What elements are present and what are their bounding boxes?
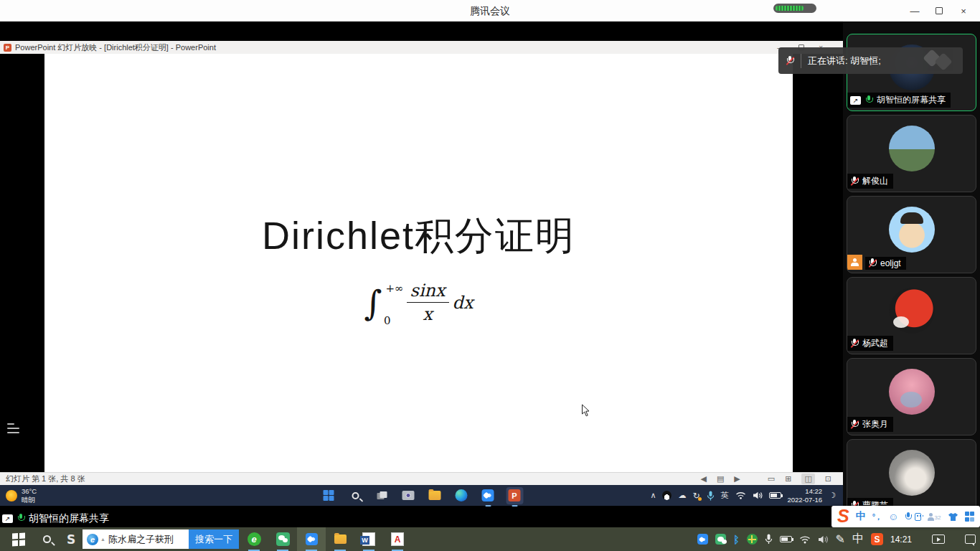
meeting-logo-icon [925, 52, 958, 70]
maximize-button[interactable] [927, 0, 951, 22]
tray-expand-icon[interactable]: ∧ [650, 491, 656, 500]
minimize-icon: — [910, 6, 920, 17]
slide-sorter-button[interactable]: ⊞ [785, 474, 791, 484]
meeting-app-icon [306, 533, 318, 545]
pinwheel-app-button[interactable]: S [60, 527, 82, 551]
bluetooth-icon[interactable]: ᛒ [733, 534, 739, 545]
screen-share-icon: ↗ [2, 514, 13, 523]
previous-slide-button[interactable]: ◀ [700, 474, 706, 484]
meeting-app-button[interactable] [297, 527, 326, 551]
news-search-box[interactable]: e ▲ 陈水扁之子获刑 搜索一下 [83, 529, 239, 549]
close-icon: × [961, 6, 966, 17]
muted-mic-icon [786, 56, 794, 66]
qq-icon[interactable] [662, 491, 672, 500]
shared-taskbar: 36°C 晴朗 P ∧ ☁ ↻ [0, 485, 843, 506]
punctuation-toggle[interactable]: °， [872, 512, 882, 522]
participant-label: 解俊山 [847, 174, 893, 189]
ppt-titlebar: P PowerPoint 幻灯片放映 - [Dirichlet积分证明] - P… [0, 41, 843, 54]
participant-tile[interactable]: eoljgt [847, 196, 976, 273]
battery-fill [776, 6, 804, 11]
wifi-icon[interactable] [799, 535, 811, 544]
integral-sign: ∫ [364, 283, 382, 323]
tray-clock[interactable]: 14:22 2022-07-16 [788, 487, 823, 504]
battery-icon[interactable] [769, 492, 781, 499]
action-center-icon[interactable] [965, 534, 976, 544]
wechat-tray-icon[interactable] [715, 534, 726, 545]
wechat-button[interactable] [268, 527, 297, 551]
voice-input-icon[interactable] [905, 512, 908, 522]
slide-counter: 幻灯片 第 1 张, 共 8 张 [0, 474, 85, 484]
screen-share-status-label: ↗ 胡智恒的屏幕共享 [0, 510, 116, 527]
folder-icon [334, 534, 347, 544]
edge-button[interactable] [453, 487, 470, 504]
skin-shirt-icon[interactable] [948, 512, 958, 522]
camera-app-button[interactable] [400, 487, 417, 504]
battery-icon[interactable] [780, 536, 792, 542]
slideshow-menu-icon[interactable] [7, 423, 19, 433]
reading-view-button[interactable]: ◫ [801, 474, 814, 484]
sogou-tray-icon[interactable]: S [871, 533, 883, 545]
file-explorer-button[interactable] [326, 527, 354, 551]
ime-mode-toggle[interactable]: 中 [856, 510, 866, 523]
powerpoint-app-button[interactable]: P [506, 487, 523, 504]
sogou-logo-icon[interactable]: S [837, 507, 849, 525]
soft-keyboard-icon[interactable] [915, 513, 920, 521]
ime-indicator[interactable]: 英 [721, 490, 729, 501]
meeting-tray-icon[interactable] [697, 534, 708, 545]
search-button[interactable] [347, 487, 364, 504]
ink-pen-icon[interactable]: ✎ [836, 532, 845, 546]
sogou-toolbar: S 中 °， ☺ 32 [831, 506, 980, 527]
meeting-app-button[interactable] [479, 487, 496, 504]
emoji-button[interactable]: ☺ [888, 511, 898, 522]
microphone-icon[interactable] [765, 534, 773, 545]
speaking-banner: 正在讲话: 胡智恒; [778, 47, 963, 74]
host-ime-indicator[interactable]: 中 [852, 532, 864, 547]
integral-group: ∫ +∞ 0 [364, 283, 382, 323]
pdf-icon: A [391, 532, 404, 546]
participant-label: 杨武超 [847, 336, 893, 351]
participant-tile[interactable]: 解俊山 [847, 115, 976, 192]
search-go-button[interactable]: 搜索一下 [189, 529, 239, 549]
avatar [889, 288, 935, 334]
host-start-button[interactable] [6, 527, 32, 551]
microphone-icon[interactable] [707, 491, 715, 501]
green-browser-button[interactable]: e [240, 527, 268, 551]
muted-mic-icon [850, 339, 859, 349]
file-explorer-button[interactable] [426, 487, 443, 504]
minimize-button[interactable]: — [903, 0, 927, 22]
participant-tile[interactable]: 张奥月 [847, 358, 976, 435]
focus-assist-icon[interactable]: ☽ [829, 491, 836, 500]
task-view-button[interactable] [373, 487, 390, 504]
pdf-button[interactable]: A [383, 527, 412, 551]
toolbox-icon[interactable] [965, 512, 975, 522]
word-count-indicator[interactable]: 32 [928, 513, 941, 521]
mic-on-icon [17, 514, 25, 524]
participant-tile[interactable]: 杨武超 [847, 277, 976, 354]
next-slide-button[interactable]: ▶ [734, 474, 740, 484]
participant-tile[interactable]: 曹腾芸 [847, 439, 976, 517]
ppt-statusbar: 幻灯片 第 1 张, 共 8 张 ◀ ▤ ▶ ▭ ⊞ ◫ ⊡ [0, 472, 843, 485]
search-icon [352, 492, 359, 499]
sync-icon[interactable]: ↻ [692, 491, 699, 501]
slideshow-view-button[interactable]: ⊡ [825, 474, 831, 484]
host-search-button[interactable] [34, 527, 59, 551]
integral-upper-limit: +∞ [385, 282, 403, 295]
host-system-tray: ᛒ ✎ 中 S 14:21 [697, 527, 976, 551]
pen-menu-button[interactable]: ▤ [717, 474, 724, 484]
antivirus-icon[interactable] [747, 534, 758, 545]
start-button[interactable] [320, 487, 337, 504]
avatar [889, 126, 935, 171]
wifi-icon[interactable] [735, 491, 746, 499]
muted-mic-icon [850, 420, 859, 430]
normal-view-button[interactable]: ▭ [768, 474, 775, 484]
speaker-icon[interactable] [818, 535, 829, 544]
weather-widget[interactable]: 36°C 晴朗 [6, 487, 37, 504]
fraction: sinx x [407, 281, 449, 324]
close-button[interactable]: × [951, 0, 976, 22]
app-title: 腾讯会议 [0, 5, 980, 18]
host-clock[interactable]: 14:21 [890, 534, 912, 545]
word-button[interactable] [354, 527, 383, 551]
speaker-icon[interactable] [753, 491, 763, 499]
video-player-icon[interactable] [932, 534, 945, 544]
cloud-icon[interactable]: ☁ [678, 491, 686, 500]
